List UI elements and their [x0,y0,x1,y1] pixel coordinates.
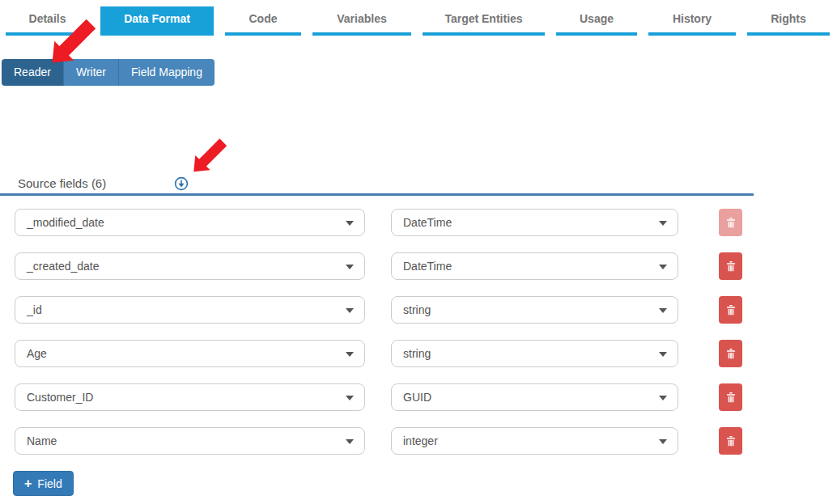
tab-code[interactable]: Code [225,6,301,36]
field-name-select[interactable]: Name [15,427,365,455]
field-type-select[interactable]: GUID [391,383,678,411]
field-name-value: Name [27,434,57,447]
tab-target-entities[interactable]: Target Entities [423,6,545,36]
delete-field-button[interactable] [719,252,742,280]
field-name-value: _modified_date [27,216,104,229]
field-name-select[interactable]: _modified_date [15,209,365,236]
chevron-down-icon [346,439,354,444]
field-type-select[interactable]: DateTime [391,252,678,280]
page: Details Data Format Code Variables Targe… [0,0,837,504]
field-name-value: Customer_ID [27,391,93,404]
add-field-button[interactable]: + Field [13,471,74,496]
field-name-select[interactable]: Customer_ID [15,383,365,411]
field-row: _id string [15,296,742,324]
main-tab-bar: Details Data Format Code Variables Targe… [0,6,837,36]
reader-writer-tab-group: Reader Writer Field Mapping [2,59,215,86]
trash-icon [725,260,737,273]
chevron-down-icon [346,308,354,313]
red-arrow-reader-icon [45,18,99,69]
chevron-down-icon [659,265,667,269]
delete-field-button[interactable] [719,427,742,455]
chevron-down-icon [346,265,354,269]
field-type-value: GUID [403,391,431,404]
add-field-label: Field [37,477,62,490]
field-type-select[interactable]: string [391,340,678,367]
field-type-value: DateTime [403,260,452,273]
tab-variables[interactable]: Variables [312,6,411,36]
field-type-value: string [403,303,431,316]
chevron-down-icon [346,221,354,226]
load-source-fields-icon[interactable] [174,176,189,191]
red-arrow-load-fields-icon [186,138,231,176]
source-fields-list: _modified_date DateTime _created_date [15,209,742,471]
field-row: Customer_ID GUID [15,383,742,411]
plus-icon: + [24,477,32,490]
field-name-value: _id [27,303,42,316]
tab-rights[interactable]: Rights [747,6,830,36]
field-row: _modified_date DateTime [15,209,742,236]
field-type-value: DateTime [403,216,452,229]
chevron-down-icon [659,396,667,400]
field-row: Name integer [15,427,742,455]
chevron-down-icon [659,221,667,226]
chevron-down-icon [659,308,667,313]
delete-field-button[interactable] [719,340,742,367]
tab-history[interactable]: History [648,6,736,36]
field-type-value: integer [403,434,438,447]
chevron-down-icon [346,396,354,400]
trash-icon [725,304,737,316]
field-type-select[interactable]: integer [391,427,678,455]
tab-usage[interactable]: Usage [556,6,637,36]
chevron-down-icon [659,352,667,357]
field-type-value: string [403,347,431,360]
field-row: Age string [15,340,742,367]
field-name-value: _created_date [27,260,100,273]
field-name-select[interactable]: _created_date [15,252,365,280]
field-type-select[interactable]: DateTime [391,209,678,236]
chevron-down-icon [346,352,354,357]
trash-icon [725,435,737,447]
section-divider [0,193,754,196]
field-row: _created_date DateTime [15,252,742,280]
subtab-field-mapping[interactable]: Field Mapping [118,59,215,86]
field-name-select[interactable]: _id [15,296,365,324]
chevron-down-icon [659,439,667,444]
field-name-select[interactable]: Age [15,340,365,367]
tab-data-format[interactable]: Data Format [100,6,214,36]
field-type-select[interactable]: string [391,296,678,324]
delete-field-button[interactable] [719,209,742,236]
delete-field-button[interactable] [719,383,742,411]
trash-icon [725,348,737,360]
source-fields-label: Source fields (6) [18,176,106,190]
delete-field-button[interactable] [719,296,742,324]
field-name-value: Age [27,347,47,360]
trash-icon [725,392,737,404]
trash-icon [725,217,737,229]
